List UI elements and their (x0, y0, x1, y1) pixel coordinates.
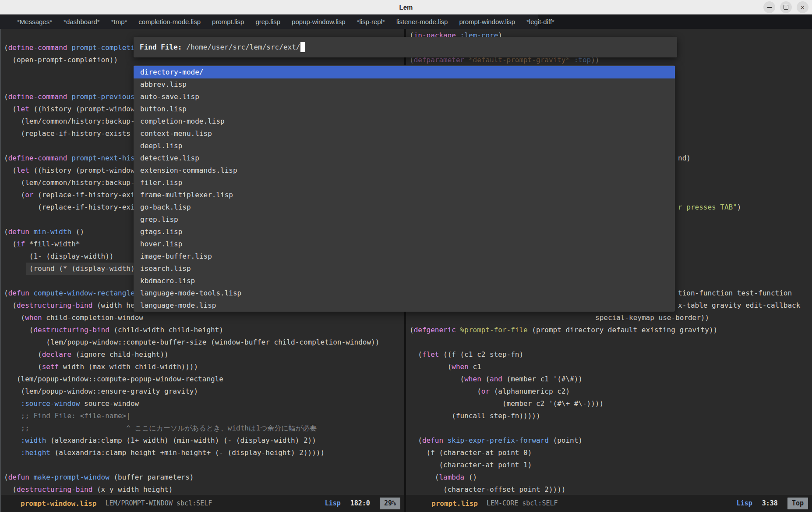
code-line[interactable]: (when c1 (410, 361, 481, 373)
modeline-right-cluster: Lisp 3:38 Top (737, 495, 812, 512)
modeline-right-cluster: Lisp 182:0 29% (325, 495, 404, 512)
completion-item[interactable]: extension-commands.lisp (134, 164, 675, 177)
code-line[interactable]: (member c2 '(#\+ #\-)))) (410, 398, 604, 410)
prompt-window[interactable]: Find File:/home/user/src/lem/src/ext/ (134, 37, 677, 57)
completion-item[interactable]: detective.lisp (134, 152, 675, 164)
maximize-icon (784, 5, 788, 10)
completion-item[interactable]: deepl.lisp (134, 140, 675, 152)
code-line[interactable]: ;; ^ ここにカーソルがあるとき、widthは1つ余分に幅が必要 (4, 422, 317, 434)
tab-strip: *Messages**dashboard**tmp*completion-mod… (0, 14, 538, 29)
maximize-button[interactable] (780, 1, 792, 13)
minimize-button[interactable] (763, 1, 775, 13)
code-line[interactable]: (destructuring-bind (child-width child-h… (4, 324, 223, 336)
tab-prompt-window.lisp[interactable]: prompt-window.lisp (453, 14, 521, 29)
prompt-input-value: /home/user/src/lem/src/ext/ (186, 41, 300, 53)
tab-bar: *Messages**dashboard**tmp*completion-mod… (0, 14, 812, 29)
completion-item[interactable]: filer.lisp (134, 177, 675, 189)
code-line[interactable]: (character-at point 1) (410, 459, 532, 471)
text-cursor (300, 42, 305, 52)
buffer-name: prompt-window.lisp (21, 495, 96, 512)
cursor-position: 182:0 (350, 495, 370, 512)
code-line[interactable]: (when (and (member c1 '(#\#)) (410, 373, 583, 385)
completion-item[interactable]: kbdmacro.lisp (134, 275, 675, 287)
completion-item[interactable]: context-menu.lisp (134, 128, 675, 140)
title-bar: Lem × (0, 0, 812, 14)
code-line[interactable]: (or (alphanumericp c2) (410, 385, 570, 398)
code-line[interactable]: r presses TAB") (678, 201, 741, 213)
completion-item[interactable]: language-mode-tools.lisp (134, 287, 675, 299)
close-button[interactable]: × (797, 1, 808, 13)
code-line[interactable]: ;; Find File: <file-name>| (4, 410, 131, 422)
code-line[interactable]: (open-prompt-completion)) (4, 54, 118, 66)
code-line[interactable]: nd) (678, 152, 691, 164)
code-line[interactable]: (defun skip-expr-prefix-forward (point) (410, 434, 583, 447)
completion-item[interactable]: language-mode.lisp (134, 299, 675, 312)
code-line[interactable]: :source-window source-window (4, 398, 139, 410)
tab-lisp-repl[interactable]: *lisp-repl* (351, 14, 391, 29)
code-line[interactable]: :width (alexandria:clamp (1+ width) (min… (4, 434, 316, 447)
major-mode-label: Lisp (737, 495, 752, 512)
code-line[interactable]: tion-function test-function (678, 287, 792, 299)
code-line[interactable]: (funcall step-fn))))) (410, 410, 540, 422)
code-line[interactable]: (1- (display-width)) (4, 250, 113, 263)
prompt-label: Find File: (140, 41, 182, 53)
code-line[interactable]: (if *fill-width* (4, 238, 80, 250)
tab-legit-diff[interactable]: *legit-diff* (521, 14, 560, 29)
code-line[interactable]: (lem/popup-window::compute-buffer-size (… (4, 336, 379, 348)
tab-popup-window.lisp[interactable]: popup-window.lisp (286, 14, 351, 29)
code-line[interactable]: (lem/popup-window::ensure-gravity gravit… (4, 385, 198, 398)
code-line[interactable]: (defun min-width () (4, 226, 84, 238)
code-line[interactable]: (destructuring-bind (width height) (4, 299, 156, 312)
close-icon: × (801, 4, 805, 11)
tab-completion-mode.lisp[interactable]: completion-mode.lisp (133, 14, 206, 29)
window-title: Lem (399, 4, 413, 11)
code-line[interactable]: (setf width (max width child-width)))) (4, 361, 198, 373)
completion-item[interactable]: directory-mode/ (134, 66, 675, 78)
code-line[interactable]: (destructuring-bind (x y width height) (4, 484, 173, 495)
completion-item[interactable]: abbrev.lisp (134, 78, 675, 91)
minimize-icon (767, 7, 772, 8)
code-line[interactable]: (declare (ignore child-height)) (4, 348, 169, 361)
completion-item[interactable]: go-back.lisp (134, 201, 675, 213)
left-modeline: prompt-window.lisp LEM/PROMPT-WINDOW sbc… (0, 495, 404, 512)
completion-item[interactable]: gtags.lisp (134, 226, 675, 238)
tab-tmp[interactable]: *tmp* (106, 14, 133, 29)
completion-item[interactable]: auto-save.lisp (134, 91, 675, 103)
modeline-info: LEM-CORE sbcl:SELF (487, 495, 558, 512)
buffer-name: prompt.lisp (431, 495, 478, 512)
completion-item[interactable]: button.lisp (134, 103, 675, 115)
completion-item[interactable]: grep.lisp (134, 213, 675, 226)
code-line[interactable]: (flet ((f (c1 c2 step-fn) (410, 348, 523, 361)
completion-item[interactable]: frame-multiplexer.lisp (134, 189, 675, 201)
tab-messages[interactable]: *Messages* (11, 14, 58, 29)
code-line[interactable]: (lambda () (410, 471, 477, 484)
code-line[interactable]: x-table gravity edit-callback (678, 299, 800, 312)
code-line[interactable]: (lem/popup-window::compute-popup-window-… (4, 373, 223, 385)
completion-item[interactable]: completion-mode.lisp (134, 115, 675, 128)
code-line[interactable]: (when child-completion-window (4, 312, 143, 324)
scroll-indicator: Top (787, 498, 808, 509)
window-left-edge (0, 29, 1, 512)
completion-popup: directory-mode/abbrev.lispauto-save.lisp… (134, 65, 675, 312)
cursor-position: 3:38 (762, 495, 778, 512)
code-line[interactable]: :height (alexandria:clamp height +min-he… (4, 447, 325, 459)
tab-listener-mode.lisp[interactable]: listener-mode.lisp (391, 14, 454, 29)
scroll-indicator: 29% (380, 498, 400, 509)
editor-area: (define-command prompt-completion () () … (0, 29, 812, 512)
code-line[interactable]: special-keymap use-border)) (595, 312, 709, 324)
code-line[interactable]: (defgeneric %prompt-for-file (prompt dir… (410, 324, 717, 336)
tab-grep.lisp[interactable]: grep.lisp (250, 14, 286, 29)
right-modeline: prompt.lisp LEM-CORE sbcl:SELF Lisp 3:38… (406, 495, 812, 512)
modeline-info: LEM/PROMPT-WINDOW sbcl:SELF (105, 495, 212, 512)
code-line[interactable]: (defun make-prompt-window (buffer parame… (4, 471, 194, 484)
major-mode-label: Lisp (325, 495, 341, 512)
tab-dashboard[interactable]: *dashboard* (58, 14, 106, 29)
code-line[interactable]: (character-offset point 2)))) (410, 484, 565, 495)
completion-item[interactable]: hover.lisp (134, 238, 675, 250)
completion-item[interactable]: isearch.lisp (134, 263, 675, 275)
completion-item[interactable]: image-buffer.lisp (134, 250, 675, 263)
code-line[interactable]: (f (character-at point 0) (410, 447, 532, 459)
window-controls: × (763, 1, 808, 13)
tab-prompt.lisp[interactable]: prompt.lisp (206, 14, 250, 29)
